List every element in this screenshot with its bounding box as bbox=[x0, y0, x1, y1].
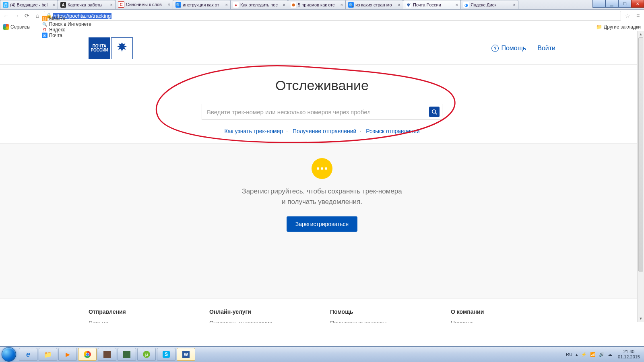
track-link-receive[interactable]: Получение отправлений bbox=[293, 128, 357, 134]
tab-favicon: C bbox=[118, 1, 124, 8]
footer-heading: Помощь bbox=[330, 309, 435, 315]
taskbar-utorrent[interactable]: μ bbox=[137, 348, 156, 361]
browser-tab-strip: @(4) Входящие - bel×AКарточка работы×CСи… bbox=[0, 0, 644, 10]
login-link[interactable]: Войти bbox=[537, 45, 555, 52]
taskbar: e 📁 ▶ μ S W RU ▴ ⚡ 📶 🔊 ☁ 21:4001.12.2015 bbox=[0, 346, 644, 362]
help-link[interactable]: ? Помощь bbox=[491, 45, 526, 52]
browser-tab[interactable]: ◑Яндекс.Диск× bbox=[460, 0, 518, 9]
tab-close-icon[interactable]: × bbox=[225, 2, 228, 7]
bookmark-favicon: Я bbox=[42, 27, 47, 33]
footer-column: ОтправленияПисьмаПосылкиДенежные перевод… bbox=[89, 309, 193, 323]
menu-icon[interactable]: ≡ bbox=[634, 12, 642, 20]
bookmark-item[interactable]: 🔍Поиск в Интернете bbox=[42, 21, 91, 27]
tray-wifi-icon[interactable]: 📶 bbox=[590, 352, 596, 357]
tracking-search-button[interactable] bbox=[429, 107, 440, 117]
tray-battery-icon[interactable]: ⚡ bbox=[581, 352, 587, 357]
tab-close-icon[interactable]: × bbox=[513, 2, 516, 7]
scroll-down-arrow[interactable]: ▼ bbox=[638, 315, 644, 322]
start-button[interactable] bbox=[0, 347, 18, 362]
other-bookmarks[interactable]: 📁 Другие закладки bbox=[596, 24, 641, 30]
browser-tab[interactable]: AКарточка работы× bbox=[58, 0, 116, 9]
footer-link[interactable]: Новости bbox=[451, 320, 555, 323]
track-link-howto[interactable]: Как узнать трек-номер bbox=[224, 128, 283, 134]
play-icon: ▶ bbox=[66, 351, 70, 358]
taskbar-chrome[interactable] bbox=[78, 348, 97, 361]
browser-tab[interactable]: 🔍инструкция как от× bbox=[173, 0, 231, 9]
tab-close-icon[interactable]: × bbox=[398, 2, 400, 7]
tab-favicon: @ bbox=[3, 2, 8, 8]
tab-close-icon[interactable]: × bbox=[456, 2, 458, 7]
tracking-input[interactable] bbox=[206, 108, 429, 116]
bookmarks-bar: Сервисы @Mail.Ru🔍Поиск в ИнтернетеЯЯндек… bbox=[0, 22, 644, 32]
tab-favicon: ✺ bbox=[291, 2, 296, 8]
search-icon bbox=[431, 109, 437, 115]
help-icon: ? bbox=[491, 45, 499, 52]
footer-column: Онлайн-услугиОтследить отправлениеНайти … bbox=[209, 309, 314, 323]
taskbar-explorer[interactable]: 📁 bbox=[39, 348, 57, 361]
tab-favicon: 🔍 bbox=[348, 2, 354, 8]
bookmark-star-icon[interactable]: ☆ bbox=[623, 12, 632, 20]
tab-title: Карточка работы bbox=[68, 2, 109, 7]
tab-close-icon[interactable]: × bbox=[168, 2, 170, 7]
apps-icon bbox=[3, 24, 9, 30]
nav-reload-icon[interactable]: ⟳ bbox=[23, 12, 31, 20]
site-logo[interactable]: ПОЧТАРОССИИ bbox=[89, 37, 133, 59]
browser-tab[interactable]: @(4) Входящие - bel× bbox=[0, 0, 58, 9]
bookmark-favicon: 🔍 bbox=[42, 21, 47, 27]
browser-tab[interactable]: 🔍из каких стран мо× bbox=[345, 0, 403, 9]
taskbar-app1[interactable] bbox=[98, 348, 116, 361]
bookmark-item[interactable]: @Mail.Ru bbox=[42, 16, 91, 21]
register-button[interactable]: Зарегистрироваться bbox=[287, 216, 357, 232]
footer-column: ПомощьПопулярные вопросыНаписать в чат п… bbox=[330, 309, 435, 323]
nav-back-icon[interactable]: ← bbox=[2, 12, 10, 20]
tray-network-icon[interactable]: ☁ bbox=[608, 352, 612, 357]
tray-up-icon[interactable]: ▴ bbox=[576, 352, 578, 357]
browser-tab[interactable]: CСинонимы к слов× bbox=[115, 0, 173, 9]
system-tray: RU ▴ ⚡ 📶 🔊 ☁ 21:4001.12.2015 bbox=[566, 347, 644, 362]
browser-tab[interactable]: ●Как отследить пос× bbox=[230, 0, 288, 9]
window-maximize-btn[interactable]: ☐ bbox=[618, 0, 631, 8]
tracking-section: Отслеживание Как узнать трек-номер· Полу… bbox=[0, 65, 644, 144]
footer-link[interactable]: Письма bbox=[89, 320, 193, 323]
tray-volume-icon[interactable]: 🔊 bbox=[599, 352, 605, 357]
tab-title: (4) Входящие - bel bbox=[10, 2, 51, 7]
browser-tab[interactable]: ✺5 приемов как отс× bbox=[288, 0, 346, 9]
tray-clock[interactable]: 21:4001.12.2015 bbox=[615, 349, 642, 359]
scroll-up-arrow[interactable]: ▲ bbox=[638, 31, 644, 37]
taskbar-mediaplayer[interactable]: ▶ bbox=[58, 348, 77, 361]
windows-orb-icon bbox=[2, 347, 16, 362]
taskbar-word[interactable]: W bbox=[177, 348, 195, 361]
apps-shortcut[interactable]: Сервисы bbox=[3, 24, 31, 30]
svg-line-1 bbox=[436, 113, 437, 115]
taskbar-skype[interactable]: S bbox=[157, 348, 175, 361]
tab-favicon: ◑ bbox=[463, 2, 469, 8]
track-link-search[interactable]: Розыск отправлений bbox=[366, 128, 419, 134]
page-scrollbar[interactable]: ▲ ▼ bbox=[637, 31, 644, 322]
tray-lang[interactable]: RU bbox=[566, 352, 572, 357]
tab-close-icon[interactable]: × bbox=[110, 2, 113, 7]
footer-link[interactable]: Популярные вопросы bbox=[330, 320, 435, 323]
register-text: Зарегистрируйтесь, чтобы сохранять трек-… bbox=[0, 186, 644, 207]
nav-forward-icon[interactable]: → bbox=[12, 12, 21, 20]
taskbar-app2[interactable] bbox=[118, 348, 136, 361]
folder-icon: 📁 bbox=[44, 351, 52, 358]
tab-close-icon[interactable]: × bbox=[53, 2, 55, 7]
footer-link[interactable]: Отследить отправление bbox=[209, 320, 314, 323]
bookmark-item[interactable]: ЯЯндекс bbox=[42, 27, 91, 33]
url-field[interactable]: 🔒 https://pochta.ru/tracking bbox=[44, 11, 621, 21]
window-close-btn[interactable]: ✕ bbox=[631, 0, 644, 8]
tab-close-icon[interactable]: × bbox=[341, 2, 343, 7]
scroll-thumb[interactable] bbox=[638, 37, 643, 272]
tracking-input-box bbox=[202, 104, 442, 120]
browser-tab[interactable]: ѰПочта России× bbox=[403, 0, 461, 9]
tab-favicon: 🔍 bbox=[175, 2, 181, 8]
word-icon: W bbox=[182, 351, 190, 358]
app2-icon bbox=[123, 351, 130, 358]
window-minimize-btn[interactable]: ▁ bbox=[605, 0, 618, 8]
taskbar-ie[interactable]: e bbox=[19, 348, 37, 361]
tab-title: из каких стран мо bbox=[355, 2, 396, 7]
window-blank-btn[interactable] bbox=[592, 0, 605, 8]
tab-favicon: A bbox=[60, 2, 66, 8]
site-footer: ОтправленияПисьмаПосылкиДенежные перевод… bbox=[0, 298, 644, 323]
tab-close-icon[interactable]: × bbox=[283, 2, 285, 7]
